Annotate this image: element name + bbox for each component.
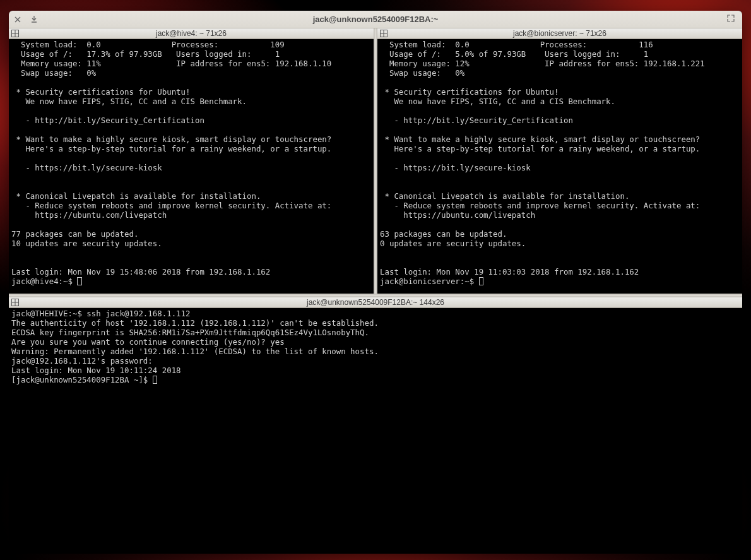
motd-link: - http://bit.ly/Security_Certification (11, 116, 204, 125)
cursor-icon (77, 277, 82, 285)
prompt[interactable]: jack@hive4:~$ (11, 277, 77, 286)
pane-left-terminal[interactable]: System load: 0.0 Processes: 109 Usage of… (9, 39, 374, 294)
top-panes: jack@hive4: ~ 71x26 System load: 0.0 Pro… (9, 28, 742, 294)
motd-link: - https://bit.ly/secure-kiosk (11, 163, 162, 172)
motd-line: Here's a step-by-step tutorial for a rai… (380, 144, 700, 153)
split-grid-button[interactable] (11, 29, 20, 38)
ssh-line: Are you sure you want to continue connec… (11, 337, 285, 347)
motd-line: - Reduce system reboots and improve kern… (11, 201, 331, 210)
ssh-line: ECDSA key fingerprint is SHA256:RM1i7Sa+… (11, 328, 369, 337)
motd-line: 77 packages can be updated. (11, 229, 138, 239)
motd-line: * Want to make a highly secure kiosk, sm… (11, 134, 331, 144)
minimize-button[interactable] (29, 15, 39, 25)
last-login: Last login: Mon Nov 19 11:03:03 2018 fro… (380, 267, 639, 277)
pane-left-titlebar[interactable]: jack@hive4: ~ 71x26 (9, 28, 374, 39)
motd-line: Usage of /: 5.0% of 97.93GB Users logged… (380, 49, 648, 59)
motd-line: System load: 0.0 Processes: 116 (380, 40, 653, 49)
maximize-icon (727, 15, 735, 22)
motd-line: Swap usage: 0% (380, 68, 464, 78)
motd-link: - http://bit.ly/Security_Certification (380, 116, 573, 125)
motd-line: Memory usage: 12% IP address for ens5: 1… (380, 59, 705, 68)
split-grid-button[interactable] (379, 29, 388, 38)
motd-line: We now have FIPS, STIG, CC and a CIS Ben… (380, 97, 615, 106)
pane-bottom-title: jack@unknown5254009F12BA:~ 144x26 (9, 298, 742, 307)
cursor-icon (153, 376, 158, 384)
ssh-line: The authenticity of host '192.168.1.112 … (11, 318, 379, 328)
window-titlebar[interactable]: jack@unknown5254009F12BA:~ (9, 11, 742, 28)
grid-icon (380, 30, 387, 37)
grid-icon (11, 299, 19, 306)
ssh-line: jack@192.168.1.112's password: (11, 356, 153, 366)
motd-line: * Security certifications for Ubuntu! (380, 87, 559, 97)
motd-line: Usage of /: 17.3% of 97.93GB Users logge… (11, 49, 280, 59)
cursor-icon (479, 277, 484, 285)
motd-line: 0 updates are security updates. (380, 239, 526, 248)
motd-line: - Reduce system reboots and improve kern… (380, 201, 700, 210)
pane-bottom[interactable]: jack@unknown5254009F12BA:~ 144x26 jack@T… (9, 297, 742, 554)
motd-line: https://ubuntu.com/livepatch (11, 210, 167, 220)
last-login: Last login: Mon Nov 19 15:48:06 2018 fro… (11, 267, 270, 277)
close-button[interactable] (13, 15, 23, 25)
ssh-line: Last login: Mon Nov 19 10:11:24 2018 (11, 366, 181, 375)
pane-right-titlebar[interactable]: jack@bionicserver: ~ 71x26 (377, 28, 742, 39)
grid-icon (11, 30, 19, 37)
motd-line: Swap usage: 0% (11, 68, 96, 78)
ssh-line: jack@THEHIVE:~$ ssh jack@192.168.1.112 (11, 309, 190, 318)
pane-bottom-terminal[interactable]: jack@THEHIVE:~$ ssh jack@192.168.1.112 T… (9, 308, 742, 554)
titlebar-buttons (9, 15, 39, 25)
prompt[interactable]: jack@bionicserver:~$ (380, 277, 479, 286)
split-grid-button[interactable] (11, 298, 20, 307)
motd-line: * Canonical Livepatch is available for i… (380, 191, 629, 201)
terminal-window: jack@unknown5254009F12BA:~ jack@hive4: ~… (9, 11, 742, 554)
ssh-line: Warning: Permanently added '192.168.1.11… (11, 347, 379, 356)
close-icon (15, 16, 21, 23)
window-title: jack@unknown5254009F12BA:~ (9, 15, 742, 24)
bottom-panes: jack@unknown5254009F12BA:~ 144x26 jack@T… (9, 297, 742, 554)
motd-line: https://ubuntu.com/livepatch (380, 210, 535, 220)
pane-left-title: jack@hive4: ~ 71x26 (9, 29, 374, 38)
pane-right-terminal[interactable]: System load: 0.0 Processes: 116 Usage of… (377, 39, 742, 294)
motd-line: 10 updates are security updates. (11, 239, 162, 248)
motd-line: * Canonical Livepatch is available for i… (11, 191, 261, 201)
pane-right-title: jack@bionicserver: ~ 71x26 (377, 29, 742, 38)
motd-line: System load: 0.0 Processes: 109 (11, 40, 285, 49)
motd-line: We now have FIPS, STIG, CC and a CIS Ben… (11, 97, 247, 106)
motd-line: 63 packages can be updated. (380, 229, 507, 239)
motd-line: Memory usage: 11% IP address for ens5: 1… (11, 59, 331, 68)
pane-right[interactable]: jack@bionicserver: ~ 71x26 System load: … (377, 28, 742, 294)
download-icon (31, 16, 37, 23)
maximize-button[interactable] (727, 15, 737, 25)
motd-line: * Security certifications for Ubuntu! (11, 87, 190, 97)
motd-line: * Want to make a highly secure kiosk, sm… (380, 134, 700, 144)
prompt[interactable]: [jack@unknown5254009F12BA ~]$ (11, 375, 153, 384)
pane-left[interactable]: jack@hive4: ~ 71x26 System load: 0.0 Pro… (9, 28, 374, 294)
motd-line: Here's a step-by-step tutorial for a rai… (11, 144, 331, 153)
pane-bottom-titlebar[interactable]: jack@unknown5254009F12BA:~ 144x26 (9, 297, 742, 308)
motd-link: - https://bit.ly/secure-kiosk (380, 163, 531, 172)
